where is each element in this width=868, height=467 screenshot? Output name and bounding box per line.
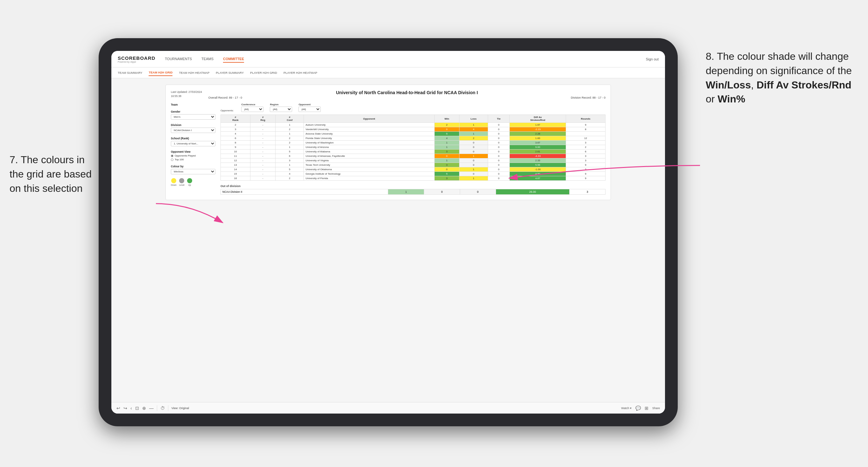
th-rounds: Rounds [566,115,605,123]
sub-nav-player-h2h-heatmap[interactable]: PLAYER H2H HEATMAP [283,70,317,76]
out-of-division: Out of division NCAA Division II 1 0 0 2… [220,185,606,195]
logo-sub: Powered by clippd [118,61,155,63]
division-section: Division NCAA Division I [171,123,215,133]
share-button[interactable]: Share [652,407,660,410]
sub-nav-team-summary[interactable]: TEAM SUMMARY [118,70,142,76]
back-icon[interactable]: ‹ [130,406,132,411]
nav-link-tournaments[interactable]: TOURNAMENTS [165,56,192,63]
sub-nav-player-summary[interactable]: PLAYER SUMMARY [216,70,244,76]
toolbar-sep2 [168,405,168,411]
cell-conf: 2 [276,141,304,145]
cell-conf: 4 [276,172,304,176]
cell-rank: 8 [221,141,250,145]
cell-win: 3 [434,163,459,167]
dash-icon[interactable]: — [149,406,154,411]
cell-reg: - [250,150,275,154]
cell-rounds: 3 [566,154,605,158]
legend-level: Level [179,178,185,186]
cell-rank: 10 [221,150,250,154]
radio-opponents-played[interactable]: Opponents Played [171,154,215,157]
cell-rounds: 6 [566,150,605,154]
table-row: 11 - 6 University of Arkansas, Fayettevi… [221,154,606,158]
main-content: Last Updated: 27/03/2024 16:55:38 Univer… [111,78,665,402]
out-div-loss: 0 [424,189,460,195]
cell-rank: 6 [221,136,250,141]
th-diff: Diff AvStrokes/Rnd [510,115,566,123]
cell-loss: 0 [459,172,488,176]
sign-out[interactable]: Sign out [646,57,659,61]
colour-by-select[interactable]: Win/loss [171,169,215,174]
radio-top100[interactable]: Top 100 [171,158,215,161]
cell-reg: - [250,145,275,150]
title-area: University of North Carolina Head-to-Hea… [209,90,606,99]
cell-tie: 0 [488,172,509,176]
crop-icon[interactable]: ⊡ [135,406,139,411]
undo-icon[interactable]: ↩ [117,406,120,411]
cell-rounds: 8 [566,127,605,132]
cell-reg: - [250,127,275,132]
colour-by-label: Colour by [171,165,215,168]
cell-reg: - [250,136,275,141]
nav-links: TOURNAMENTS TEAMS COMMITTEE [165,56,646,63]
view-label: View: Original [172,407,189,410]
division-select[interactable]: NCAA Division I [171,128,215,133]
out-div-tie: 0 [460,189,496,195]
cell-diff: -2.29 [510,127,566,132]
sidebar-controls: Team Gender Men's Division NCAA Division… [171,103,215,195]
cell-tie: 0 [488,150,509,154]
cell-rounds [566,132,605,136]
school-select[interactable]: 1. University of Nort... [171,141,215,146]
cell-opponent: University of Florida [304,176,435,181]
cell-rounds: 3 [566,167,605,172]
watch-button[interactable]: Watch ▾ [621,407,631,410]
cell-win: 1 [434,145,459,150]
gender-select[interactable]: Men's [171,114,215,120]
table-row: 13 - 1 Texas Tech University 3 0 0 5.56 … [221,163,606,167]
radio-dot-opponents [171,155,174,157]
cell-conf: 6 [276,154,304,158]
opponent-select[interactable]: (All) [299,106,321,112]
nav-link-teams[interactable]: TEAMS [202,56,214,63]
cell-diff: -1.00 [510,167,566,172]
sub-nav-team-h2h-heatmap[interactable]: TEAM H2H HEATMAP [179,70,209,76]
cell-conf: 1 [276,132,304,136]
cell-diff: 1.67 [510,123,566,127]
cell-loss: 1 [459,167,488,172]
sub-nav-team-h2h-grid[interactable]: TEAM H2H GRID [149,69,173,76]
sub-nav-player-h2h-grid[interactable]: PLAYER H2H GRID [250,70,277,76]
table-row: 10 - 5 University of Alabama 3 0 0 2.61 … [221,150,606,154]
th-loss: Loss [459,115,488,123]
cell-reg: - [250,154,275,158]
main-title: University of North Carolina Head-to-Hea… [209,90,606,95]
toolbar-right: Watch ▾ 💬 ⊞ Share [621,406,660,411]
cell-opponent: Florida State University [304,136,435,141]
cell-tie: 0 [488,127,509,132]
cell-loss: 1 [459,132,488,136]
add-icon[interactable]: ⊕ [142,406,146,411]
grid-icon[interactable]: ⊞ [645,406,648,411]
comment-icon[interactable]: 💬 [636,406,641,411]
out-div-rounds: 3 [569,189,606,195]
redo-icon[interactable]: ↪ [123,406,127,411]
cell-win: 4 [434,136,459,141]
table-row: 8 - 2 University of Washington 1 0 0 3.6… [221,141,606,145]
card-body: Team Gender Men's Division NCAA Division… [171,103,606,195]
cell-rounds: 9 [566,163,605,167]
cell-win: 3 [434,176,459,181]
cell-rounds: 9 [566,172,605,176]
conference-select[interactable]: (All) [241,106,264,112]
nav-link-committee[interactable]: COMMITTEE [223,56,244,63]
filter-region: Region (All) [270,103,292,112]
legend-dot-down [171,178,176,183]
table-row: 9 - 1 University of Arizona 1 0 0 9.00 2 [221,145,606,150]
cell-loss: 4 [459,127,488,132]
region-select[interactable]: (All) [270,106,292,112]
team-label: Team [171,103,215,106]
clock-icon[interactable]: ⏱ [160,406,165,411]
opponent-view-label: Opponent View [171,150,215,153]
filter-opponent: Opponent (All) [299,103,321,112]
legend-row: Down Level Up [171,178,215,186]
cell-win: 1 [434,141,459,145]
grid-area: Opponents: Conference (All) Reg [220,103,606,195]
table-row: 14 - 5 University of Oklahoma 0 1 0 -1.0… [221,167,606,172]
